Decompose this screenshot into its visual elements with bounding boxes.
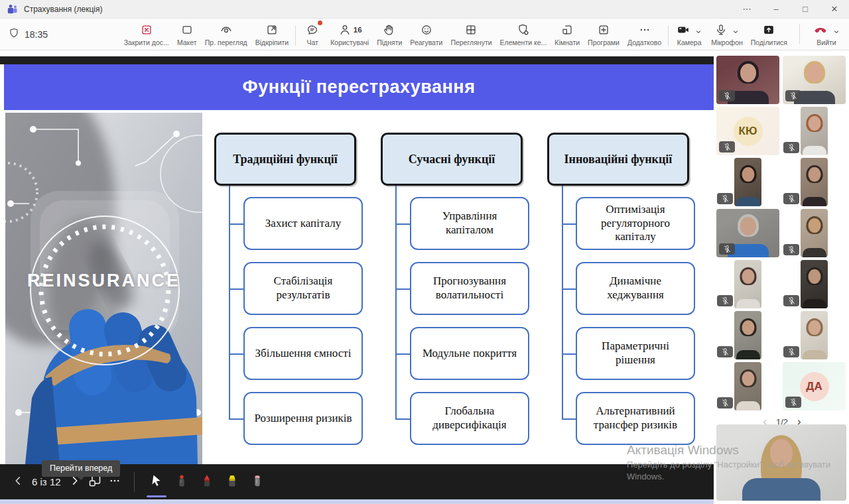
laser-tool-button[interactable] (172, 471, 192, 493)
participant-face (808, 269, 820, 284)
rooms-button[interactable]: Кімнати (553, 21, 581, 47)
participant-body (803, 197, 826, 206)
people-button[interactable]: 16Користувачі (329, 21, 370, 47)
react-icon (419, 23, 434, 37)
participants-sidebar: ‹ 1/2 › КЮДА (715, 51, 849, 504)
eraser-icon (249, 473, 265, 491)
laser-icon (174, 473, 190, 491)
diagram-box: Захист капіталу (243, 197, 363, 250)
chevron-down-icon[interactable] (731, 27, 740, 36)
participant-face (740, 64, 756, 82)
participant-tile[interactable] (734, 362, 761, 410)
participant-tile[interactable] (783, 56, 846, 104)
presenter-view-button[interactable]: Пр. перегляд (204, 21, 249, 47)
participant-tile[interactable] (801, 158, 828, 206)
participant-tile[interactable] (801, 209, 828, 257)
chat-icon (305, 23, 320, 37)
participant-tile[interactable] (801, 107, 828, 155)
leave-icon (812, 23, 829, 37)
diagram-box: Прогнозування волатильності (410, 262, 529, 315)
presenter-tile[interactable] (716, 424, 846, 501)
leave-label: Вийти (816, 38, 836, 46)
shared-content-stage: Функції перестрахування (0, 51, 714, 504)
raise-hand-button[interactable]: Підняти (375, 21, 403, 47)
diagram-connector (229, 418, 243, 420)
toolbar-separator (295, 26, 296, 46)
participant-tile[interactable] (716, 209, 779, 257)
participant-body (803, 299, 826, 308)
share-button[interactable]: Поділитися (750, 21, 789, 47)
unread-badge (318, 21, 322, 25)
diagram-header-1: Традиційні функції (214, 133, 356, 186)
slide-title-banner: Функції перестрахування (4, 64, 714, 110)
participant-tile[interactable] (734, 158, 761, 206)
window-minimize-button[interactable]: – (761, 0, 791, 19)
react-button[interactable]: Реагувати (409, 21, 444, 47)
participant-tile[interactable]: КЮ (716, 107, 779, 155)
camera-label: Камера (677, 38, 702, 46)
participant-video (734, 362, 761, 410)
window-close-button[interactable]: ✕ (820, 0, 849, 19)
participant-tile[interactable] (716, 56, 779, 104)
pointer-tool-button[interactable] (147, 471, 166, 493)
window-maximize-button[interactable]: □ (791, 0, 820, 19)
participant-tile[interactable]: ДА (783, 362, 846, 410)
diagram-box: Динамічне хеджування (576, 262, 695, 315)
participant-tile[interactable] (734, 260, 761, 308)
control-elements-button[interactable]: Елементи ке... (499, 21, 549, 47)
leave-button[interactable]: Вийти (811, 21, 842, 47)
diagram-box: Управління капіталом (410, 197, 529, 250)
diagram-box: Глобальна диверсифікація (410, 392, 529, 445)
unpin-button[interactable]: Відкріпити (254, 21, 290, 47)
avatar: КЮ (734, 117, 763, 146)
pen-tool-button[interactable] (197, 471, 217, 493)
meeting-toolbar: 18:35 Закрити дос...МакетПр. переглядВід… (0, 19, 849, 50)
diagram-connector (395, 418, 410, 420)
participant-tile[interactable] (734, 311, 761, 359)
mic-button[interactable]: Мікрофон (710, 21, 744, 47)
diagram-header-3: Інноваційні функції (547, 133, 689, 186)
participant-face (742, 371, 754, 386)
participant-tile[interactable] (801, 311, 828, 359)
rooms-label: Кімнати (555, 38, 580, 46)
chevron-down-icon[interactable] (832, 27, 841, 36)
diagram-box: Збільшення ємності (243, 327, 363, 380)
chat-button[interactable]: Чат (301, 21, 324, 47)
mic-muted-icon (717, 397, 733, 409)
prev-slide-button[interactable] (8, 471, 28, 493)
window-more-button[interactable]: ⋯ (732, 0, 761, 19)
mic-muted-icon (717, 295, 733, 306)
participant-tile[interactable] (801, 260, 828, 308)
bottombar-separator (134, 472, 135, 492)
highlighter-tool-button[interactable] (222, 471, 242, 493)
mic-muted-icon (785, 397, 801, 408)
view-button[interactable]: Переглянути (449, 21, 493, 47)
more-icon (637, 23, 652, 37)
layout-label: Макет (177, 38, 197, 46)
diagram-box: Розширення ризиків (243, 392, 363, 445)
slide-letterbox-top (0, 56, 714, 64)
participant-face (808, 116, 820, 131)
layout-button[interactable]: Макет (176, 21, 198, 47)
eraser-tool-button[interactable] (247, 471, 267, 493)
apps-button[interactable]: Програми (586, 21, 621, 47)
participant-video (801, 209, 828, 257)
mic-muted-icon (785, 90, 801, 101)
more-button[interactable]: Додатково (626, 21, 663, 47)
control-elements-label: Елементи ке... (500, 38, 547, 46)
chevron-down-icon[interactable] (694, 27, 703, 36)
selected-tool-indicator (147, 495, 166, 497)
share-label: Поділитися (751, 38, 787, 46)
meeting-timer: 18:35 (8, 27, 48, 41)
reinsurance-label: REINSURANCE (5, 271, 202, 291)
participant-body (803, 146, 826, 155)
participant-body (736, 350, 760, 359)
diagram-connector (562, 353, 576, 355)
diagram-connector (395, 223, 410, 225)
close-content-button[interactable]: Закрити дос... (123, 21, 170, 47)
pen-icon (199, 473, 215, 491)
chat-label: Чат (306, 38, 318, 46)
layout-icon (180, 23, 194, 37)
camera-button[interactable]: Камера (674, 21, 704, 47)
rooms-icon (560, 23, 574, 37)
